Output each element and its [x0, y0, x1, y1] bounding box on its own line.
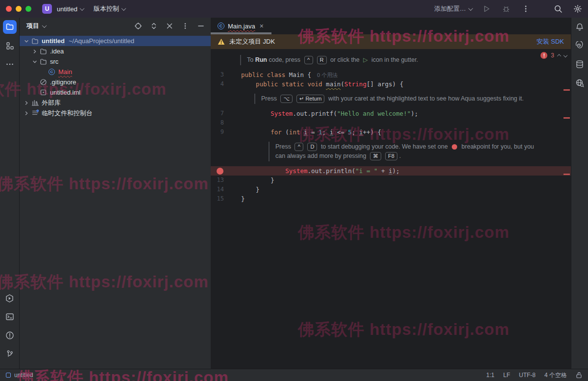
kebab-menu-icon — [522, 5, 529, 13]
inspections-widget[interactable]: ! 3 — [540, 52, 567, 59]
status-module[interactable]: untitled — [6, 372, 33, 379]
indent-setting[interactable]: 4 个空格 — [544, 371, 567, 380]
spiral-icon — [575, 41, 584, 50]
problems-icon — [5, 331, 14, 340]
code-editor[interactable]: ! 3 To Run code, press ^R or click the ▷… — [211, 49, 571, 369]
code-line[interactable]: 7 System.out.printf("Hello and welcome!"… — [211, 109, 571, 118]
locate-file-button[interactable] — [133, 21, 143, 31]
breakpoint-icon[interactable] — [217, 168, 223, 175]
tree-chevron-icon[interactable] — [23, 109, 30, 117]
unlocked-icon[interactable] — [576, 372, 582, 379]
gutter[interactable]: 3 — [211, 70, 241, 79]
gutter[interactable]: 13 — [211, 176, 241, 185]
code-line[interactable]: 4 public static void main(String[] args)… — [211, 79, 571, 89]
tree-row[interactable]: untitled~/AquaProjects/untitled — [20, 36, 211, 46]
collapse-all-button[interactable] — [165, 21, 174, 31]
file-encoding[interactable]: UTF-8 — [519, 372, 536, 379]
tree-row[interactable]: .gitignore — [20, 77, 211, 87]
panel-options-button[interactable] — [180, 21, 190, 31]
more-actions-button[interactable] — [520, 3, 531, 14]
left-tool-strip — [0, 18, 20, 369]
code-line[interactable]: 8 — [211, 118, 571, 127]
tree-row[interactable]: untitled.iml — [20, 87, 211, 98]
file-icon — [39, 88, 48, 97]
title-bar: U untitled 版本控制 添加配置… — [0, 0, 588, 18]
gutter[interactable]: 15 — [211, 194, 241, 203]
error-stripe-mark[interactable] — [564, 117, 570, 119]
hide-panel-button[interactable] — [196, 21, 206, 31]
code-line[interactable]: 13 } — [211, 176, 571, 185]
tree-row[interactable]: 外部库 — [20, 98, 211, 108]
web-inspector-button[interactable] — [573, 76, 587, 90]
terminal-toolwindow-button[interactable] — [3, 310, 17, 324]
code-line[interactable]: 15} — [211, 194, 571, 203]
gutter[interactable]: 7 — [211, 109, 241, 118]
close-window-button[interactable] — [6, 6, 12, 12]
code-line[interactable]: 14 } — [211, 185, 571, 194]
structure-toolwindow-button[interactable] — [3, 39, 17, 52]
gutter[interactable] — [211, 166, 241, 176]
code-text: System.out.printf("Hello and welcome!"); — [241, 109, 418, 118]
tree-chevron-icon[interactable] — [31, 58, 38, 65]
search-everywhere-button[interactable] — [553, 3, 564, 14]
keycap: R — [317, 56, 327, 64]
code-line-breakpoint[interactable]: System.out.println("i = " + i); — [211, 166, 571, 176]
close-tab-icon[interactable]: × — [260, 23, 264, 29]
git-toolwindow-button[interactable] — [3, 347, 17, 361]
caret-position[interactable]: 1:1 — [486, 372, 494, 379]
tree-item-label: 外部库 — [42, 99, 61, 107]
tree-row[interactable]: 临时文件和控制台 — [20, 108, 211, 118]
module-name: untitled — [14, 372, 33, 379]
gutter[interactable]: 4 — [211, 79, 241, 89]
notifications-button[interactable] — [573, 20, 587, 34]
project-toolwindow-button[interactable] — [3, 20, 17, 34]
services-toolwindow-button[interactable] — [3, 291, 17, 305]
usages-inlay-hint[interactable]: 0 个用法 — [317, 72, 338, 78]
line-ending[interactable]: LF — [503, 372, 510, 379]
settings-button[interactable] — [572, 3, 583, 14]
tree-chevron-icon[interactable] — [23, 37, 30, 45]
code-line[interactable]: 9 for (int i = 1; i <= 5; i++) { — [211, 127, 571, 137]
minimize-window-button[interactable] — [16, 6, 22, 12]
code-line[interactable]: 3public class Main {0 个用法 — [211, 70, 571, 79]
editor-tab-bar: C Main.java × — [211, 18, 571, 34]
lesson-hint: Press ^D to start debugging your code. W… — [269, 142, 571, 161]
database-button[interactable] — [573, 57, 587, 71]
previous-error-button[interactable] — [557, 54, 561, 58]
tree-chevron-spacer — [31, 89, 38, 96]
vcs-menu[interactable]: 版本控制 — [94, 4, 125, 13]
ide-window: U untitled 版本控制 添加配置… — [0, 0, 588, 381]
folder-icon — [39, 47, 48, 55]
gutter[interactable]: 8 — [211, 118, 241, 127]
tree-row[interactable]: CMain — [20, 67, 211, 77]
tree-chevron-icon[interactable] — [23, 99, 30, 106]
problems-toolwindow-button[interactable] — [3, 329, 17, 342]
tree-chevron-icon[interactable] — [31, 48, 38, 55]
run-button[interactable] — [481, 3, 492, 14]
ai-assistant-button[interactable] — [573, 39, 587, 52]
run-configuration-select[interactable]: 添加配置… — [434, 4, 472, 13]
more-toolwindows-button[interactable] — [3, 57, 17, 71]
install-sdk-link[interactable]: 安装 SDK — [537, 37, 564, 46]
code-text: } — [241, 176, 274, 185]
tree-row[interactable]: src — [20, 56, 211, 67]
debug-button[interactable] — [501, 3, 512, 14]
gutter[interactable]: 9 — [211, 127, 241, 137]
maximize-window-button[interactable] — [25, 6, 31, 12]
keycap: ⌥ — [280, 95, 293, 103]
project-panel-title-menu[interactable]: 项目 — [26, 22, 46, 30]
code-text: System.out.println("i = " + i); — [241, 166, 400, 176]
search-icon — [554, 4, 563, 13]
tree-item-label: untitled — [42, 37, 65, 45]
chevron-down-icon — [468, 6, 473, 11]
structure-icon — [5, 41, 14, 50]
gutter[interactable]: 14 — [211, 185, 241, 194]
error-stripe-mark[interactable] — [564, 174, 570, 175]
project-menu[interactable]: untitled — [57, 5, 84, 13]
jdk-warning-banner: 未定义项目 JDK 安装 SDK — [211, 34, 571, 49]
error-stripe-mark[interactable] — [564, 89, 570, 91]
tab-main-java[interactable]: C Main.java × — [213, 18, 269, 34]
next-error-button[interactable] — [564, 53, 567, 57]
tree-row[interactable]: .idea — [20, 46, 211, 56]
expand-collapse-button[interactable] — [149, 21, 159, 31]
